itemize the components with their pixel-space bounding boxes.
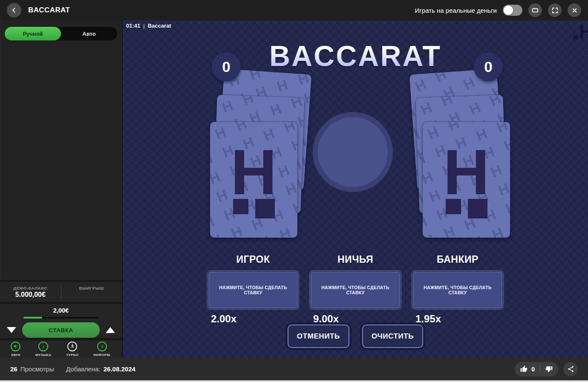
bet-hint: НАЖМИТЕ, ЧТОБЫ СДЕЛАТЬ СТАВКУ [311, 285, 399, 295]
bet-zone-player-title: ИГРОК [207, 254, 300, 265]
decrease-bet-button[interactable] [7, 327, 16, 333]
bet-amount-value: 2,00€ [0, 307, 122, 314]
rating-control: 0 [515, 362, 558, 376]
music-label: МУЗЫКА [35, 353, 52, 357]
demo-balance: ДЕМО-БАЛАНС 5.000,00€ [0, 286, 61, 299]
mode-tabs: Ручной Авто [5, 27, 117, 40]
fullscreen-icon [551, 7, 559, 14]
tab-auto[interactable]: Авто [61, 27, 117, 40]
page-title: BACCARAT [28, 6, 70, 14]
likes-count: 0 [531, 366, 535, 373]
demo-balance-value: 5.000,00€ [0, 291, 61, 299]
bet-zone-banker-title: БАНКИР [411, 254, 504, 265]
info-button[interactable]: i ИНФОРМ. [93, 342, 111, 357]
card-back: H H H H H H H H H H H H H H H H H H H H … [210, 122, 297, 238]
banker-multiplier: 1.95x [411, 313, 504, 325]
info-icon: i [97, 342, 107, 351]
views-count: 26 [10, 365, 17, 373]
bet-zones: ИГРОК НАЖМИТЕ, ЧТОБЫ СДЕЛАТЬ СТАВКУ 2.00… [123, 254, 588, 325]
game-canvas: 01:41 | Baccarat H BACCARAT H H H H H H … [123, 20, 588, 358]
share-icon [567, 365, 574, 373]
player-multiplier: 2.00x [207, 313, 300, 325]
card-back: H H H H H H H H H H H H H H H H H H H H … [423, 122, 510, 238]
divider [540, 365, 540, 373]
player-card-stack: H H H H H H H H H H H H H H H H H H H H … [210, 72, 312, 242]
card-brand-logo: H [423, 122, 510, 238]
views-label: Просмотры [20, 365, 54, 373]
close-button[interactable] [568, 3, 581, 17]
bet-hint: НАЖМИТЕ, ЧТОБЫ СДЕЛАТЬ СТАВКУ [414, 285, 502, 295]
turbo-label: ТУРБО [66, 353, 78, 357]
music-icon: ♪ [38, 342, 48, 351]
bet-hint: НАЖМИТЕ, ЧТОБЫ СДЕЛАТЬ СТАВКУ [209, 285, 297, 295]
bet-zone-tie-area[interactable]: НАЖМИТЕ, ЧТОБЫ СДЕЛАТЬ СТАВКУ [309, 270, 402, 310]
top-bar: BACCARAT Играть на реальные деньги [0, 0, 588, 20]
provider-logo: H [579, 23, 588, 40]
thumbs-down-icon [545, 365, 553, 373]
game-title: BACCARAT [123, 39, 588, 72]
tie-multiplier: 9.00x [309, 313, 402, 325]
added-date: 26.08.2024 [104, 365, 135, 373]
bet-zone-tie: НИЧЬЯ НАЖМИТЕ, ЧТОБЫ СДЕЛАТЬ СТАВКУ 9.00… [309, 254, 402, 325]
game-controls-panel: ЗВУК ♪ МУЗЫКА ТУРБО i ИНФОРМ. [0, 340, 122, 358]
thumbs-down-button[interactable] [545, 365, 553, 373]
game-action-buttons: ОТМЕНИТЬ ОЧИСТИТЬ [123, 325, 588, 348]
bet-zone-banker: БАНКИР НАЖМИТЕ, ЧТОБЫ СДЕЛАТЬ СТАВКУ 1.9… [411, 254, 504, 325]
game-name: Baccarat [148, 23, 171, 29]
banker-card-stack: H H H H H H H H H H H H H H H H H H H H … [411, 72, 513, 242]
back-button[interactable] [7, 3, 21, 17]
increase-bet-button[interactable] [106, 327, 115, 333]
table-circle [313, 112, 393, 192]
theater-mode-icon [531, 6, 539, 14]
fullscreen-button[interactable] [548, 3, 562, 17]
thumbs-up-button[interactable] [520, 365, 527, 373]
bottom-bar: 26 Просмотры Добавлена: 26.08.2024 0 [0, 358, 588, 380]
real-money-label: Играть на реальные деньги [415, 7, 497, 14]
stake-button[interactable]: СТАВКА [22, 322, 100, 338]
win-value [61, 291, 122, 299]
sound-button[interactable]: ЗВУК [11, 342, 20, 357]
toggle-knob [504, 6, 513, 15]
share-button[interactable] [563, 362, 578, 376]
sound-icon [11, 342, 20, 351]
info-label: ИНФОРМ. [93, 353, 111, 357]
sound-label: ЗВУК [11, 353, 20, 357]
bet-zone-player-area[interactable]: НАЖМИТЕ, ЧТОБЫ СДЕЛАТЬ СТАВКУ [207, 270, 300, 310]
tab-manual[interactable]: Ручной [5, 27, 61, 40]
music-button[interactable]: ♪ МУЗЫКА [35, 342, 52, 357]
turbo-button[interactable]: ТУРБО [66, 342, 78, 357]
theater-mode-button[interactable] [528, 3, 542, 17]
bet-zone-tie-title: НИЧЬЯ [309, 254, 402, 265]
turbo-icon [67, 342, 77, 351]
bet-zone-player: ИГРОК НАЖМИТЕ, ЧТОБЫ СДЕЛАТЬ СТАВКУ 2.00… [207, 254, 300, 325]
game-clock-row: 01:41 | Baccarat [126, 23, 171, 29]
close-icon [571, 7, 578, 14]
bet-zone-banker-area[interactable]: НАЖМИТЕ, ЧТОБЫ СДЕЛАТЬ СТАВКУ [411, 270, 504, 310]
sidebar-main-panel: Ручной Авто [0, 20, 122, 280]
cancel-bet-button[interactable]: ОТМЕНИТЬ [288, 325, 349, 348]
banker-score-badge: 0 [474, 52, 503, 81]
card-brand-logo: H [210, 122, 297, 238]
chevron-left-icon [11, 7, 17, 14]
win-amount: ВЫИГРЫШ [61, 286, 122, 299]
win-label: ВЫИГРЫШ [61, 286, 122, 290]
slider-fill [23, 317, 42, 319]
balance-panel: ДЕМО-БАЛАНС 5.000,00€ ВЫИГРЫШ [0, 282, 122, 302]
game-timer: 01:41 [126, 23, 140, 29]
real-money-toggle[interactable] [503, 5, 522, 16]
bet-amount-slider[interactable] [23, 317, 98, 319]
thumbs-up-icon [520, 365, 527, 373]
added-label: Добавлена: [66, 365, 101, 373]
player-score-badge: 0 [212, 52, 241, 81]
clear-bets-button[interactable]: ОЧИСТИТЬ [362, 325, 423, 348]
bet-amount-panel: 2,00€ СТАВКА [0, 304, 122, 338]
demo-balance-label: ДЕМО-БАЛАНС [0, 286, 61, 290]
bet-sidebar: Ручной Авто ДЕМО-БАЛАНС 5.000,00€ ВЫИГРЫ… [0, 20, 122, 358]
bottom-edge-strip [0, 380, 588, 382]
